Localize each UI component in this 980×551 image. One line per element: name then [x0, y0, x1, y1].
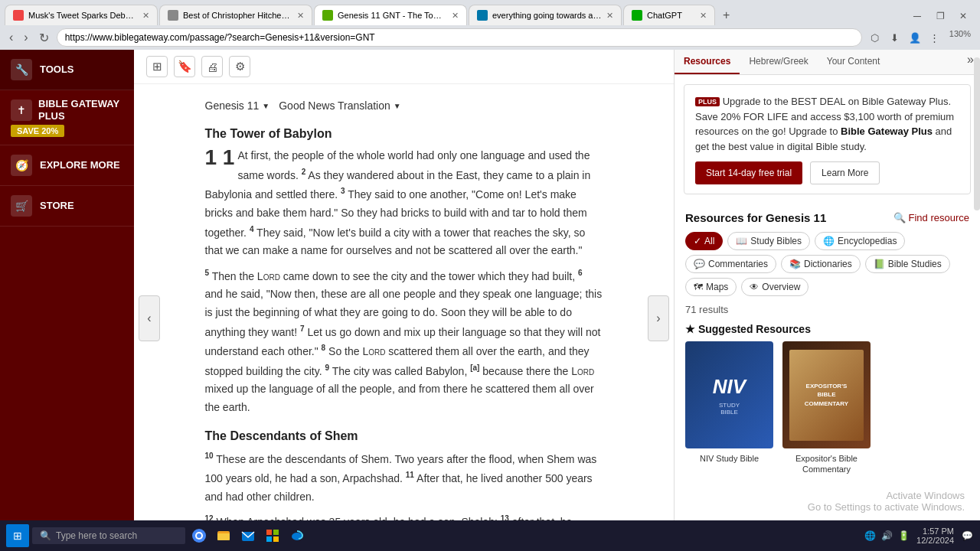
- taskbar-search-label: Type here to search: [56, 530, 137, 541]
- taskbar-mail-icon[interactable]: [237, 525, 259, 546]
- trial-button[interactable]: Start 14-day free trial: [695, 161, 802, 184]
- chip-commentaries[interactable]: 💬 Commentaries: [685, 255, 776, 273]
- taskbar-edge-icon[interactable]: [286, 525, 308, 546]
- sidebar: 🔧 TOOLS ✝ BIBLE GATEWAY PLUS SAVE 20% 🧭 …: [0, 50, 134, 543]
- next-chapter-arrow[interactable]: ›: [648, 295, 669, 341]
- print-icon[interactable]: 🖨: [201, 56, 223, 77]
- book-title-expo: Expositor's Bible Commentary: [782, 453, 871, 475]
- forward-button[interactable]: ›: [21, 29, 31, 46]
- back-button[interactable]: ‹: [6, 29, 16, 46]
- sidebar-item-tools[interactable]: 🔧 TOOLS: [0, 50, 134, 90]
- chapter-select-button[interactable]: Genesis 11 ▼: [205, 99, 270, 112]
- chip-encyclopedias[interactable]: 🌐 Encyclopedias: [815, 232, 905, 250]
- taskbar-search[interactable]: 🔍 Type here to search: [32, 527, 185, 544]
- prev-chapter-arrow[interactable]: ‹: [139, 295, 160, 341]
- verse-sup-10: 10: [205, 452, 214, 460]
- tab-2[interactable]: Best of Christopher Hitchens v... ✕: [159, 5, 312, 25]
- verse-block-2: 5 Then the Lord came down to see the cit…: [205, 266, 603, 417]
- restore-button[interactable]: ❐: [929, 7, 951, 25]
- chip-enc-label: Encyclopedias: [838, 236, 897, 246]
- chapter-number: 1 1: [205, 147, 235, 168]
- taskbar-clock[interactable]: 1:57 PM 12/2/2024: [916, 527, 954, 545]
- tab-4-title: everything going towards an e...: [492, 11, 602, 20]
- panel-collapse-button[interactable]: »: [967, 53, 974, 71]
- chip-dictionaries[interactable]: 📚 Dictionaries: [781, 255, 861, 273]
- bookmark-icon[interactable]: 🔖: [174, 56, 195, 77]
- reload-button[interactable]: ↻: [36, 29, 52, 47]
- network-icon[interactable]: 🌐: [863, 529, 877, 543]
- tab-2-close[interactable]: ✕: [297, 11, 304, 21]
- taskbar-chrome-icon[interactable]: [188, 525, 210, 546]
- svg-rect-8: [266, 536, 272, 542]
- upgrade-bold: Bible Gateway Plus: [841, 126, 933, 137]
- verse-block-3: 10 These are the descendants of Shem. Tw…: [205, 449, 603, 507]
- profile-icon[interactable]: 👤: [906, 29, 923, 46]
- tab-1-title: Musk's Tweet Sparks Debate or...: [28, 11, 138, 20]
- tab-4[interactable]: everything going towards an e... ✕: [469, 5, 622, 25]
- sidebar-item-explore[interactable]: 🧭 EXPLORE MORE: [0, 145, 134, 186]
- settings-icon[interactable]: ⋮: [926, 29, 943, 46]
- verse-sup-3: 3: [341, 187, 345, 195]
- resources-chapter: Genesis 11: [766, 211, 826, 224]
- taskbar-date-display: 12/2/2024: [916, 536, 954, 545]
- taskbar-explorer-icon[interactable]: [213, 525, 234, 546]
- tab-resources[interactable]: Resources: [675, 50, 740, 74]
- tab-4-favicon: [477, 10, 488, 21]
- tab-bar: Musk's Tweet Sparks Debate or... ✕ Best …: [0, 0, 980, 25]
- share-icon[interactable]: ⚙: [229, 56, 250, 77]
- tab-3-close[interactable]: ✕: [452, 11, 459, 21]
- tab-5-close[interactable]: ✕: [700, 11, 707, 21]
- book-card-niv[interactable]: NIV STUDYBIBLE NIV Study Bible: [685, 341, 773, 475]
- tab-3[interactable]: Genesis 11 GNT - The Tower of ... ✕: [314, 5, 467, 25]
- tab-3-title: Genesis 11 GNT - The Tower of ...: [338, 11, 447, 20]
- extensions-icon[interactable]: ⬡: [867, 29, 884, 46]
- taskbar-store-icon[interactable]: [262, 525, 283, 546]
- verse-sup-9: 9: [325, 364, 329, 372]
- chip-ov-label: Overview: [762, 282, 800, 292]
- star-icon: ★: [685, 323, 695, 335]
- notification-icon[interactable]: 💬: [960, 529, 974, 543]
- tab-hebrew-greek[interactable]: Hebrew/Greek: [740, 50, 817, 74]
- bible-content: Genesis 11 ▼ Good News Translation ▼ The…: [175, 84, 634, 543]
- svg-rect-7: [273, 530, 279, 535]
- learn-more-button[interactable]: Learn More: [810, 161, 880, 184]
- minimize-button[interactable]: ─: [906, 7, 928, 25]
- verse-block-1: 1 1 At first, the people of the whole wo…: [205, 147, 603, 260]
- downloads-icon[interactable]: ⬇: [887, 29, 903, 46]
- chapter-select: Genesis 11 ▼ Good News Translation ▼: [205, 99, 603, 112]
- translation-select-button[interactable]: Good News Translation ▼: [279, 99, 400, 112]
- chip-study-icon: 📖: [736, 236, 747, 246]
- chip-enc-icon: 🌐: [823, 236, 835, 246]
- sidebar-item-bible-plus[interactable]: ✝ BIBLE GATEWAY PLUS SAVE 20%: [0, 90, 134, 145]
- tab-4-close[interactable]: ✕: [606, 11, 613, 21]
- taskbar-right: 🌐 🔊 🔋 1:57 PM 12/2/2024 💬: [863, 527, 974, 545]
- tab-5[interactable]: ChatGPT ✕: [623, 5, 715, 25]
- new-tab-button[interactable]: +: [717, 5, 736, 25]
- battery-icon[interactable]: 🔋: [897, 529, 910, 543]
- scrollbar[interactable]: [974, 75, 980, 210]
- tab-3-favicon: [322, 10, 333, 21]
- sidebar-item-store[interactable]: 🛒 STORE: [0, 186, 134, 227]
- find-resource-button[interactable]: 🔍 Find resource: [893, 212, 969, 223]
- section-title-1: The Tower of Babylon: [205, 127, 603, 141]
- niv-subtitle: STUDYBIBLE: [719, 402, 740, 416]
- lord-3: Lord: [571, 364, 594, 377]
- tab-your-content[interactable]: Your Content: [818, 50, 890, 74]
- chip-all[interactable]: ✓ All: [685, 232, 723, 250]
- tab-1-close[interactable]: ✕: [142, 11, 149, 21]
- svg-rect-9: [273, 536, 279, 542]
- chip-ov-icon: 👁: [750, 282, 759, 292]
- volume-icon[interactable]: 🔊: [880, 529, 893, 543]
- tab-1[interactable]: Musk's Tweet Sparks Debate or... ✕: [5, 5, 158, 25]
- book-card-expositors[interactable]: EXPOSITOR'SBIBLECOMMENTARY Expositor's B…: [782, 341, 871, 475]
- chip-com-label: Commentaries: [708, 259, 768, 269]
- chip-maps[interactable]: 🗺 Maps: [685, 278, 737, 296]
- close-button[interactable]: ✕: [952, 7, 974, 25]
- address-input[interactable]: [57, 28, 862, 47]
- chip-study-bibles[interactable]: 📖 Study Bibles: [727, 232, 810, 250]
- columns-icon[interactable]: ⊞: [146, 56, 168, 77]
- chip-overview[interactable]: 👁 Overview: [741, 278, 808, 296]
- chip-bible-studies[interactable]: 📗 Bible Studies: [865, 255, 950, 273]
- start-button[interactable]: ⊞: [6, 524, 29, 547]
- expo-cover-text: EXPOSITOR'SBIBLECOMMENTARY: [805, 382, 848, 408]
